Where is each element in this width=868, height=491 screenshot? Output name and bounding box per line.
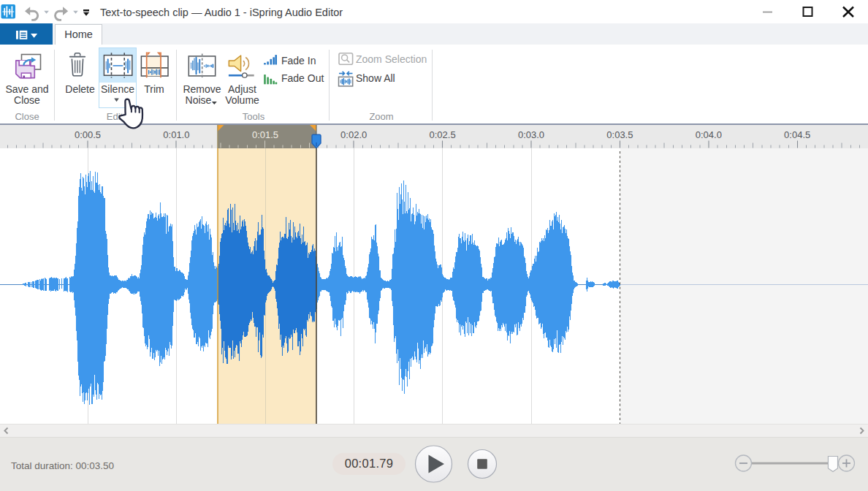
svg-text:0:01.0: 0:01.0 [163,129,189,140]
svg-text:0:02.5: 0:02.5 [430,129,456,140]
svg-text:0:04.5: 0:04.5 [784,129,810,140]
svg-text:0:04.0: 0:04.0 [696,129,722,140]
svg-text:0:00.5: 0:00.5 [75,129,101,140]
svg-text:0:03.0: 0:03.0 [518,129,544,140]
svg-text:0:03.5: 0:03.5 [606,129,633,140]
svg-text:0:01.5: 0:01.5 [252,129,278,140]
svg-text:0:02.0: 0:02.0 [340,129,367,140]
